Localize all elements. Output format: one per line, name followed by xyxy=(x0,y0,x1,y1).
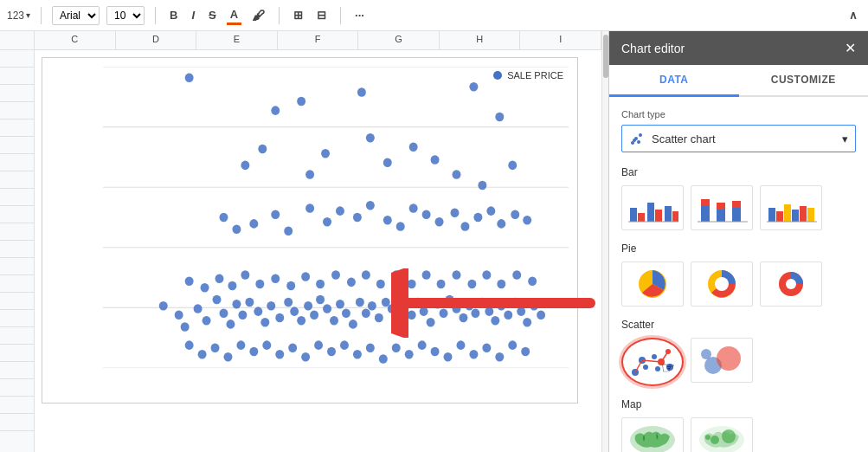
svg-point-104 xyxy=(504,311,512,320)
svg-point-151 xyxy=(392,270,401,280)
svg-point-89 xyxy=(408,311,416,320)
toolbar: 123 ▾ Arial 10 B I S A 🖌 ⊞ ⊟ ··· ∧ xyxy=(0,0,868,31)
svg-point-17 xyxy=(271,106,280,115)
row-num xyxy=(0,258,34,275)
col-header-i[interactable]: I xyxy=(520,31,601,49)
svg-rect-186 xyxy=(807,208,814,222)
svg-point-135 xyxy=(508,340,517,350)
cursor-hand-icon: ☞ xyxy=(661,358,675,378)
svg-point-130 xyxy=(444,352,453,362)
svg-point-152 xyxy=(408,280,416,289)
vertical-scrollbar[interactable] xyxy=(601,31,608,452)
font-size-select[interactable]: 10 xyxy=(106,6,145,25)
col-header-d[interactable]: D xyxy=(116,31,197,49)
chart-type-inner: Scatter chart xyxy=(629,131,716,146)
collapse-button[interactable]: ∧ xyxy=(845,7,861,23)
bar-stacked-icon xyxy=(696,190,748,225)
svg-point-137 xyxy=(185,277,194,287)
svg-point-153 xyxy=(422,270,431,280)
merge-button[interactable]: ⊟ xyxy=(313,7,330,23)
svg-point-111 xyxy=(198,350,207,359)
borders-button[interactable]: ⊞ xyxy=(290,7,306,23)
row-num xyxy=(0,119,34,137)
svg-point-68 xyxy=(267,301,275,311)
col-header-e[interactable]: E xyxy=(196,31,278,49)
font-select[interactable]: Arial xyxy=(52,6,100,25)
svg-rect-170 xyxy=(655,210,662,222)
scatter-chart: SALE PRICE $25,000,000 $20,000,000 $1 xyxy=(42,57,578,404)
scatter-bubble-item[interactable] xyxy=(691,338,753,383)
svg-point-69 xyxy=(275,313,284,323)
row-num xyxy=(0,293,34,310)
svg-point-149 xyxy=(362,270,370,280)
svg-point-143 xyxy=(271,274,280,283)
svg-rect-168 xyxy=(638,213,645,222)
svg-point-92 xyxy=(427,318,435,327)
svg-point-90 xyxy=(414,298,422,307)
pie-partial-item[interactable] xyxy=(760,262,822,307)
map-section: Map xyxy=(621,398,856,452)
col-header-g[interactable]: G xyxy=(358,31,440,49)
bar-multicolor-icon xyxy=(765,190,817,225)
bar-grouped-item[interactable] xyxy=(621,185,684,230)
svg-point-82 xyxy=(362,308,370,318)
tab-data[interactable]: DATA xyxy=(609,65,739,97)
svg-point-108 xyxy=(530,301,538,311)
row-num xyxy=(0,310,34,327)
svg-point-74 xyxy=(310,311,318,320)
legend-dot xyxy=(493,71,502,80)
svg-point-44 xyxy=(396,222,405,231)
svg-point-29 xyxy=(431,155,440,165)
svg-point-165 xyxy=(633,139,636,142)
svg-point-49 xyxy=(460,222,469,231)
scatter-icon xyxy=(629,131,645,146)
row-num xyxy=(0,171,34,189)
svg-point-136 xyxy=(521,347,530,357)
svg-point-101 xyxy=(485,307,493,316)
svg-point-26 xyxy=(366,133,375,143)
divider-3 xyxy=(279,7,280,24)
svg-point-33 xyxy=(220,213,228,223)
scatter-bubble-icon xyxy=(696,341,748,379)
svg-point-61 xyxy=(220,308,228,318)
col-header-f[interactable]: F xyxy=(278,31,359,49)
svg-point-134 xyxy=(495,352,504,362)
map-bubble-item[interactable] xyxy=(691,417,753,452)
italic-button[interactable]: I xyxy=(188,7,198,23)
pie-donut-item[interactable] xyxy=(691,262,753,307)
more-button[interactable]: ··· xyxy=(351,7,368,23)
svg-point-211 xyxy=(705,435,710,440)
tab-customize[interactable]: CUSTOMIZE xyxy=(739,65,869,95)
svg-point-166 xyxy=(637,140,640,144)
pie-full-item[interactable] xyxy=(621,262,684,307)
svg-point-73 xyxy=(304,301,312,311)
svg-point-206 xyxy=(701,349,711,359)
svg-point-128 xyxy=(418,340,427,350)
highlight-button[interactable]: 🖌 xyxy=(248,6,268,24)
svg-point-84 xyxy=(375,313,383,323)
bar-multicolor-item[interactable] xyxy=(760,185,822,230)
chart-type-dropdown[interactable]: Scatter chart ▾ xyxy=(621,125,856,152)
main-area: C D E F G H I xyxy=(0,31,868,452)
svg-point-106 xyxy=(517,307,525,316)
scatter-selected-item[interactable]: ☞ xyxy=(621,338,684,386)
bar-stacked-item[interactable] xyxy=(691,185,753,230)
row-num xyxy=(0,362,34,379)
editor-close-button[interactable]: ✕ xyxy=(845,40,856,56)
svg-point-23 xyxy=(241,161,249,171)
svg-point-57 xyxy=(181,322,190,332)
bold-button[interactable]: B xyxy=(166,7,181,23)
strikethrough-button[interactable]: S xyxy=(205,7,220,23)
svg-point-39 xyxy=(323,217,331,227)
map-bubble-icon xyxy=(696,423,748,452)
svg-point-99 xyxy=(471,308,479,318)
map-filled-item[interactable] xyxy=(621,417,684,452)
svg-point-34 xyxy=(232,224,241,234)
scrollbar-thumb[interactable] xyxy=(603,35,608,78)
svg-point-59 xyxy=(203,316,211,326)
col-header-h[interactable]: H xyxy=(440,31,521,49)
col-header-c[interactable]: C xyxy=(35,31,116,49)
svg-point-81 xyxy=(356,298,364,307)
svg-point-42 xyxy=(366,201,375,210)
text-color-button[interactable]: A xyxy=(227,6,241,25)
